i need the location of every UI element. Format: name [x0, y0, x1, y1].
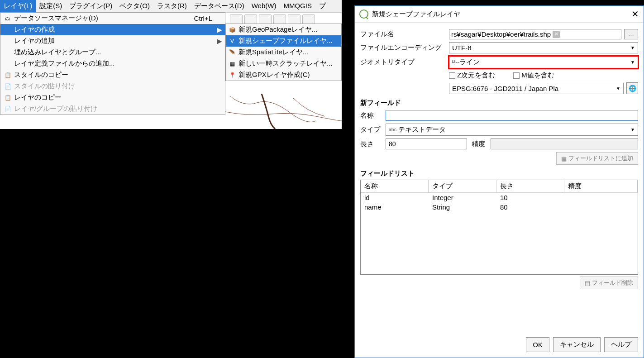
close-icon[interactable]: ✕ — [631, 9, 639, 19]
menu-mmqgis[interactable]: MMQGIS — [280, 0, 315, 12]
browse-button[interactable]: … — [624, 29, 638, 39]
geometry-type-combo[interactable]: ライン ▼ — [449, 56, 638, 68]
remove-field-label: フィールド削除 — [592, 279, 633, 287]
menu-web[interactable]: Web(W) — [248, 0, 280, 12]
field-type-label: タイプ — [360, 125, 383, 134]
menu-embed-layers[interactable]: 埋め込みレイヤとグループ... — [0, 47, 225, 58]
menu-settings[interactable]: 設定(S) — [36, 0, 66, 12]
submenu-scratch[interactable]: ▦ 新しい一時スクラッチレイヤ... — [226, 58, 341, 69]
caret-down-icon: ▼ — [630, 45, 635, 50]
encoding-combo[interactable]: UTF-8 ▼ — [449, 42, 638, 53]
menu-label: レイヤのコピー — [14, 93, 62, 102]
field-type-combo[interactable]: abc テキストデータ ▼ — [386, 124, 638, 136]
field-list-heading: フィールドリスト — [360, 169, 638, 178]
field-type-value: テキストデータ — [398, 125, 446, 134]
spatialite-icon: 🪶 — [229, 49, 236, 56]
menu-raster[interactable]: ラスタ(R) — [153, 0, 191, 12]
ok-button[interactable]: OK — [526, 337, 549, 352]
menu-vector[interactable]: ベクタ(O) — [116, 0, 153, 12]
menu-label: レイヤの追加 — [14, 37, 55, 45]
col-name-header[interactable]: 名称 — [361, 180, 429, 192]
menu-layer[interactable]: レイヤ(L) — [0, 0, 36, 12]
cell-type: String — [429, 202, 496, 212]
cell-precision — [564, 202, 638, 212]
submenu-arrow-icon: ▶ — [217, 26, 222, 34]
list-remove-icon: ▤ — [585, 280, 590, 286]
table-header: 名称 タイプ 長さ 精度 — [361, 180, 638, 193]
table-row[interactable]: id Integer 10 — [361, 193, 638, 202]
toolbar-btn[interactable] — [302, 14, 315, 24]
encoding-value: UTF-8 — [452, 44, 472, 52]
clear-icon[interactable]: ✕ — [553, 31, 560, 38]
qgis-icon — [359, 10, 368, 19]
line-geometry-icon — [452, 60, 459, 65]
add-to-fieldlist-button[interactable]: ▤ フィールドリストに追加 — [556, 152, 638, 165]
qgis-main-window: レイヤ(L) 設定(S) プラグイン(P) ベクタ(O) ラスタ(R) データベ… — [0, 0, 342, 129]
cell-type: Integer — [429, 193, 496, 202]
submenu-geopackage[interactable]: 📦 新規GeoPackageレイヤ... — [226, 24, 341, 35]
gpx-icon: 📍 — [229, 72, 236, 79]
menu-label: レイヤの作成 — [14, 25, 55, 34]
menu-add-from-def[interactable]: レイヤ定義ファイルからの追加... — [0, 58, 225, 69]
col-length-header[interactable]: 長さ — [496, 180, 564, 192]
submenu-shapefile[interactable]: V 新規シェープファイルレイヤ... — [226, 35, 341, 47]
menu-label: データソースマネージャ(D) — [14, 14, 98, 23]
col-type-header[interactable]: タイプ — [429, 180, 496, 192]
toolbar-btn[interactable] — [288, 14, 301, 24]
cell-precision — [564, 193, 638, 202]
field-name-input[interactable] — [386, 110, 638, 121]
m-value-checkbox[interactable]: M値を含む — [513, 71, 554, 80]
menu-copy-layer[interactable]: 📋 レイヤのコピー — [0, 92, 225, 103]
dialog-body: ファイル名 rs¥sagar¥Desktop¥oer¥trails.shp ✕ … — [355, 23, 644, 293]
submenu-label: 新規GPXレイヤ作成(C) — [239, 71, 310, 79]
field-precision-input — [491, 138, 638, 149]
toolbar-btn[interactable] — [244, 14, 257, 24]
menu-paste-style: 📄 スタイルの貼り付け — [0, 81, 225, 92]
field-list-table: 名称 タイプ 長さ 精度 id Integer 10 name String 8… — [360, 180, 638, 275]
checkbox-icon — [449, 72, 455, 79]
field-length-input[interactable] — [386, 138, 467, 149]
submenu-spatialite[interactable]: 🪶 新規SpatiaLiteレイヤ... — [226, 47, 341, 58]
filename-input-wrap[interactable]: rs¥sagar¥Desktop¥oer¥trails.shp ✕ — [449, 29, 621, 39]
menu-processing-frag[interactable]: プ — [315, 0, 329, 12]
field-precision-label: 精度 — [470, 140, 488, 148]
cell-name: id — [361, 193, 429, 202]
toolbar-btn[interactable] — [273, 14, 286, 24]
table-row[interactable]: name String 80 — [361, 202, 638, 212]
menu-paste-layer: 📄 レイヤ/グループの貼り付け — [0, 103, 225, 115]
menu-datasource-manager[interactable]: 🗂 データソースマネージャ(D) Ctrl+L — [0, 13, 225, 24]
scratch-icon: ▦ — [229, 60, 236, 67]
table-body[interactable]: id Integer 10 name String 80 — [361, 193, 638, 274]
menu-create-layer[interactable]: レイヤの作成 ▶ — [0, 24, 225, 35]
submenu-gpx[interactable]: 📍 新規GPXレイヤ作成(C) — [226, 69, 341, 81]
submenu-label: 新規シェープファイルレイヤ... — [239, 37, 333, 45]
cell-length: 10 — [496, 193, 564, 202]
menu-label: レイヤ定義ファイルからの追加... — [14, 59, 115, 68]
shapefile-icon: V — [229, 38, 236, 45]
cell-length: 80 — [496, 202, 564, 212]
menu-database[interactable]: データベース(D) — [191, 0, 248, 12]
toolbar-btn[interactable] — [259, 14, 272, 24]
dialog-button-row: OK キャンセル ヘルプ — [526, 337, 638, 352]
copy-icon: 📋 — [4, 94, 11, 101]
geopackage-icon: 📦 — [229, 26, 236, 33]
menu-copy-style[interactable]: 📋 スタイルのコピー — [0, 69, 225, 81]
z-dim-checkbox[interactable]: Z次元を含む — [449, 71, 495, 80]
help-button[interactable]: ヘルプ — [604, 337, 638, 352]
z-dim-label: Z次元を含む — [457, 71, 495, 80]
toolbar-btn[interactable] — [230, 14, 243, 24]
geometry-label: ジオメトリタイプ — [360, 58, 446, 67]
crs-selector-button[interactable]: 🌐 — [626, 82, 638, 94]
datasource-icon: 🗂 — [4, 15, 11, 22]
remove-field-button[interactable]: ▤ フィールド削除 — [580, 277, 638, 289]
encoding-label: ファイルエンコーディング — [360, 43, 446, 52]
col-precision-header[interactable]: 精度 — [564, 180, 638, 192]
m-value-label: M値を含む — [521, 71, 554, 80]
cancel-button[interactable]: キャンセル — [553, 337, 601, 352]
filename-value: rs¥sagar¥Desktop¥oer¥trails.shp — [451, 30, 551, 38]
menu-add-layer[interactable]: レイヤの追加 ▶ — [0, 35, 225, 47]
submenu-label: 新規SpatiaLiteレイヤ... — [239, 48, 308, 57]
crs-combo[interactable]: EPSG:6676 - JGD2011 / Japan Pla ▼ — [449, 83, 624, 94]
menu-plugins[interactable]: プラグイン(P) — [66, 0, 116, 12]
map-canvas-fragment — [225, 94, 342, 129]
